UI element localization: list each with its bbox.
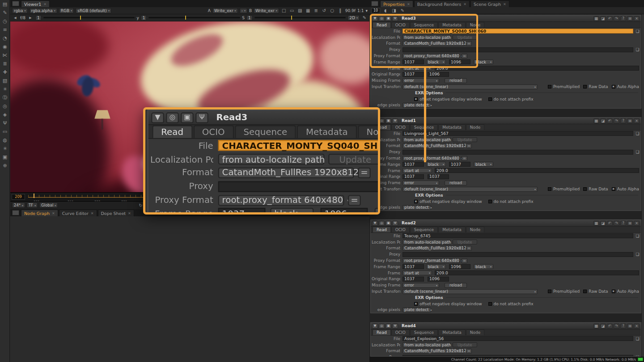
next-increment-icon[interactable]: ▶ — [27, 16, 34, 20]
panel-tab-metadata[interactable]: Metadata — [438, 227, 466, 232]
tab-node-graph[interactable]: Node Graph✕ — [21, 210, 58, 216]
redo-icon[interactable]: ↷ — [614, 221, 619, 226]
center-node-icon[interactable]: ◎ — [379, 16, 385, 21]
frame-range-dropdown[interactable]: Global▾ — [39, 202, 58, 208]
undo-icon[interactable]: ↶ — [607, 16, 613, 21]
time-icon[interactable]: ◷ — [0, 17, 10, 25]
views-icon[interactable]: ◎ — [0, 102, 10, 110]
raw-data-checkbox[interactable]: Raw Data — [583, 84, 608, 89]
format-dropdown[interactable]: CatandMoth_FullRes 1920x812▾ — [218, 168, 354, 178]
format-eq-button[interactable]: = — [466, 41, 472, 46]
screen-icon[interactable]: ▣ — [386, 118, 391, 123]
frame-range-end-mode[interactable]: black▾ — [474, 162, 493, 167]
localization-policy-dropdown[interactable]: from auto-localize path▾ — [402, 342, 451, 347]
checkbox[interactable] — [488, 302, 492, 306]
proxy-format-dropdown[interactable]: root.proxy_format 640x480▾ — [402, 54, 460, 59]
premultiplied-checkbox[interactable]: Premultiplied — [548, 289, 580, 294]
frame-range-start-mode[interactable]: black▾ — [426, 59, 446, 64]
viewer-toolbar-icon-4[interactable]: ≣ — [313, 8, 319, 13]
format-eq-button[interactable]: = — [466, 143, 472, 148]
checkbox[interactable] — [583, 187, 587, 191]
saturation-value-field[interactable]: 1 — [246, 15, 253, 21]
missing-frames-dropdown[interactable]: error▾ — [402, 78, 439, 83]
gamma-slider-handle[interactable] — [185, 16, 186, 20]
file-browser-icon[interactable]: ❏ — [635, 29, 640, 34]
no-prefix-checkbox[interactable]: do not attach prefix — [488, 97, 534, 101]
viewer-toolbar-icon-6[interactable]: ○ — [329, 8, 335, 13]
settings-icon[interactable]: ⊕ — [0, 161, 10, 170]
manage-knobs-icon[interactable]: Ψ — [392, 221, 398, 226]
properties-scrollbar[interactable] — [641, 14, 644, 357]
redo-icon[interactable]: ↷ — [614, 118, 619, 123]
proxy-format-dropdown[interactable]: root.proxy_format 640x480▾ — [402, 156, 460, 161]
checkbox[interactable] — [488, 200, 492, 203]
panel-tab-node[interactable]: Node — [466, 227, 485, 232]
color-swatch-icon[interactable]: ▩ — [593, 16, 599, 21]
color-swatch-icon[interactable]: ▩ — [593, 118, 599, 123]
frame-mode-dropdown[interactable]: start at▾ — [402, 270, 432, 275]
file-browser-icon[interactable]: ❏ — [635, 336, 640, 341]
proxy-field[interactable] — [402, 47, 633, 52]
panel-tab-metadata[interactable]: Metadata — [297, 125, 356, 138]
close-icon[interactable]: ✕ — [52, 211, 55, 215]
deep-icon[interactable]: Ⓓ — [0, 93, 10, 102]
particles-icon[interactable]: ✳ — [0, 85, 10, 93]
frame-range-start-mode[interactable]: black▾ — [270, 208, 314, 215]
screen-icon[interactable]: ▣ — [181, 112, 194, 123]
center-node-icon[interactable]: ◎ — [379, 324, 385, 328]
missing-frames-dropdown[interactable]: error▾ — [402, 181, 439, 185]
reload-button[interactable]: reload — [445, 283, 467, 288]
panel-tab-node[interactable]: Node — [358, 125, 380, 138]
pane-menu-icon[interactable] — [12, 1, 19, 6]
format-dropdown[interactable]: CatandMoth_FullRes 1920x812▾ — [402, 143, 464, 148]
checkbox[interactable] — [548, 187, 551, 191]
proxy-format-dropdown[interactable]: root.proxy_format 640x480▾ — [402, 258, 460, 263]
missing-frames-dropdown[interactable]: error▾ — [402, 283, 439, 288]
channels-dropdown[interactable]: rgba▾ — [12, 8, 28, 13]
collapse-icon[interactable]: ▼ — [372, 221, 378, 226]
file-field[interactable]: Teacup_6745 — [402, 233, 633, 238]
proxy-field[interactable] — [218, 181, 380, 192]
panel-tab-ocio[interactable]: OCIO — [391, 124, 410, 130]
panel-tab-ocio[interactable]: OCIO — [391, 227, 410, 232]
input-a-dropdown[interactable]: Write_exr▾ — [212, 8, 238, 13]
frame-value-field[interactable]: 209.0 — [435, 168, 639, 173]
file-field[interactable]: Asset_Explosion_56 — [402, 336, 633, 341]
file-browser-icon[interactable]: ❏ — [635, 252, 640, 257]
frame-range-end[interactable]: 1037 — [449, 162, 470, 167]
float-icon[interactable]: ⊞ — [627, 118, 633, 123]
center-node-icon[interactable]: ◎ — [166, 112, 179, 123]
localization-policy-dropdown[interactable]: from auto-localize path▾ — [218, 154, 325, 164]
panel-tab-read[interactable]: Read — [152, 125, 192, 138]
fps-dropdown[interactable]: 24*▾ — [12, 202, 25, 208]
reload-button[interactable]: reload — [445, 181, 467, 185]
color-icon[interactable]: ◔ — [0, 34, 10, 42]
file-field[interactable]: Livingroom_Light_567 — [402, 131, 633, 136]
collapse-icon[interactable]: ▼ — [372, 324, 378, 328]
undo-icon[interactable]: ↶ — [607, 324, 613, 328]
float-icon[interactable]: ⊞ — [627, 221, 633, 226]
panel-tab-node[interactable]: Node — [466, 22, 485, 28]
viewer-toolbar-icon-7[interactable]: ‖ — [337, 8, 343, 13]
edge-pixels-dropdown[interactable]: plate detect▾ — [402, 103, 431, 108]
archive-icon[interactable]: ▣ — [0, 153, 10, 161]
frame-range-end[interactable]: 1096 — [449, 59, 470, 64]
manage-knobs-icon[interactable]: Ψ — [392, 118, 398, 123]
close-icon[interactable]: × — [634, 221, 640, 226]
frame-range-end[interactable]: 1096 — [449, 264, 470, 269]
close-icon[interactable]: ✕ — [43, 2, 47, 6]
close-icon[interactable]: × — [634, 118, 640, 123]
color-swatch-icon[interactable]: ▩ — [593, 221, 599, 226]
frame-range-end-mode[interactable]: black▾ — [474, 59, 493, 64]
checkbox[interactable] — [548, 85, 551, 88]
help-icon[interactable]: ? — [620, 324, 626, 328]
render-icon[interactable]: ✳ — [0, 144, 10, 153]
panel-tab-read[interactable]: Read — [373, 22, 391, 28]
auto-alpha-checkbox[interactable]: ✕Auto Alpha — [612, 187, 639, 191]
merge-icon[interactable]: ≣ — [0, 59, 10, 68]
panel-tab-sequence[interactable]: Sequence — [410, 22, 438, 28]
tab-properties[interactable]: Properties✕ — [380, 0, 413, 7]
panel-tab-ocio[interactable]: OCIO — [391, 329, 410, 335]
format-eq-button[interactable]: = — [466, 246, 472, 251]
edit-icon[interactable]: ◪ — [600, 221, 606, 226]
